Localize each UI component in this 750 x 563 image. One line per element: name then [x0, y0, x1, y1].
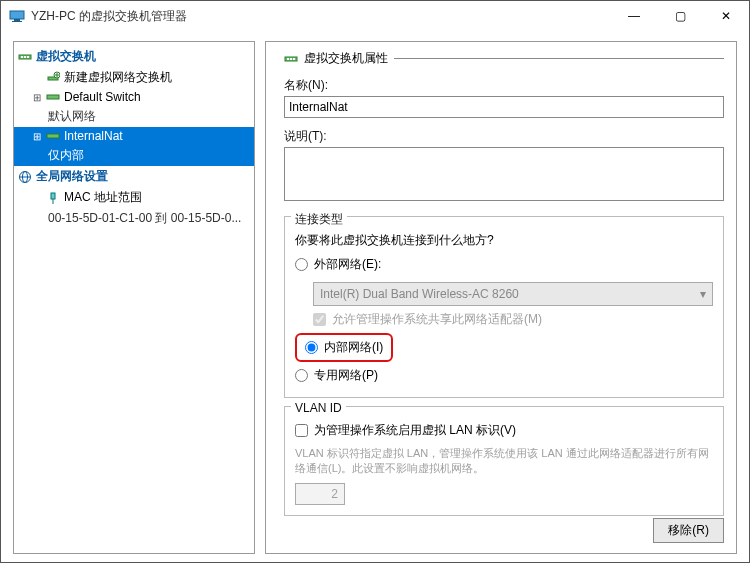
tree-item-mac-range[interactable]: MAC 地址范围	[14, 187, 254, 208]
window-title: YZH-PC 的虚拟交换机管理器	[31, 8, 187, 25]
desc-row: 说明(T):	[284, 128, 724, 204]
tree-expander-plus-icon[interactable]: ⊞	[32, 92, 42, 103]
allow-mgmt-checkbox-row: 允许管理操作系统共享此网络适配器(M)	[295, 308, 713, 331]
tree-item-internalnat[interactable]: ⊞ InternalNat	[14, 127, 254, 145]
name-input[interactable]	[284, 96, 724, 118]
name-label: 名称(N):	[284, 77, 724, 94]
vlan-legend: VLAN ID	[291, 401, 346, 415]
internal-network-highlight: 内部网络(I)	[295, 333, 393, 362]
properties-header-label: 虚拟交换机属性	[304, 50, 388, 67]
vlan-id-input	[295, 483, 345, 505]
window-controls: — ▢ ✕	[611, 1, 749, 31]
external-network-radio-row[interactable]: 外部网络(E):	[295, 253, 713, 276]
tree-item-sublabel: 00-15-5D-01-C1-00 到 00-15-5D-0...	[48, 210, 241, 227]
tree-item-mac-range-sub[interactable]: 00-15-5D-01-C1-00 到 00-15-5D-0...	[14, 208, 254, 229]
svg-rect-17	[287, 58, 289, 60]
svg-rect-18	[290, 58, 292, 60]
tree-expander-plus-icon[interactable]: ⊞	[32, 131, 42, 142]
properties-header: 虚拟交换机属性	[284, 50, 724, 67]
private-network-label: 专用网络(P)	[314, 367, 378, 384]
vlan-enable-checkbox[interactable]	[295, 424, 308, 437]
svg-rect-19	[293, 58, 295, 60]
tree-section-global: 全局网络设置	[14, 166, 254, 187]
switch-icon	[46, 90, 60, 104]
vlan-note: VLAN 标识符指定虚拟 LAN，管理操作系统使用该 LAN 通过此网络适配器进…	[295, 446, 713, 477]
vlan-enable-row[interactable]: 为管理操作系统启用虚拟 LAN 标识(V)	[295, 419, 713, 442]
vlan-enable-label: 为管理操作系统启用虚拟 LAN 标识(V)	[314, 422, 516, 439]
minimize-button[interactable]: —	[611, 1, 657, 31]
tree-item-default-switch[interactable]: ⊞ Default Switch	[14, 88, 254, 106]
svg-rect-14	[51, 193, 55, 199]
private-network-radio[interactable]	[295, 369, 308, 382]
properties-pane: 虚拟交换机属性 名称(N): 说明(T): 连接类型 你要将此虚拟交换机连接到什…	[265, 41, 737, 554]
tree-item-label: Default Switch	[64, 90, 141, 104]
connection-type-fieldset: 连接类型 你要将此虚拟交换机连接到什么地方? 外部网络(E): Intel(R)…	[284, 216, 724, 398]
allow-mgmt-label: 允许管理操作系统共享此网络适配器(M)	[332, 311, 542, 328]
chevron-down-icon: ▾	[700, 287, 706, 301]
mac-icon	[46, 191, 60, 205]
adapter-combo[interactable]: Intel(R) Dual Band Wireless-AC 8260 ▾	[313, 282, 713, 306]
internal-network-label: 内部网络(I)	[324, 339, 383, 356]
tree-item-label: MAC 地址范围	[64, 189, 142, 206]
allow-mgmt-checkbox	[313, 313, 326, 326]
tree-item-label: InternalNat	[64, 129, 123, 143]
vlan-fieldset: VLAN ID 为管理操作系统启用虚拟 LAN 标识(V) VLAN 标识符指定…	[284, 406, 724, 516]
svg-rect-1	[14, 19, 20, 21]
svg-rect-2	[12, 21, 22, 22]
internal-network-radio[interactable]	[305, 341, 318, 354]
tree-item-default-switch-sub[interactable]: 默认网络	[14, 106, 254, 127]
tree-section-label: 全局网络设置	[36, 168, 108, 185]
tree-item-internalnat-sub[interactable]: 仅内部	[14, 145, 254, 166]
svg-rect-0	[10, 11, 24, 19]
external-network-radio[interactable]	[295, 258, 308, 271]
tree-section-switches: 虚拟交换机	[14, 46, 254, 67]
tree-item-sublabel: 仅内部	[48, 147, 84, 164]
divider	[394, 58, 724, 59]
switch-icon	[46, 129, 60, 143]
private-network-radio-row[interactable]: 专用网络(P)	[295, 364, 713, 387]
tree-item-sublabel: 默认网络	[48, 108, 96, 125]
bottom-bar: 移除(R)	[653, 518, 724, 543]
tree-section-label: 虚拟交换机	[36, 48, 96, 65]
content-area: 虚拟交换机 新建虚拟网络交换机 ⊞ Default Switch 默认网络 ⊞ …	[1, 31, 749, 563]
remove-button[interactable]: 移除(R)	[653, 518, 724, 543]
titlebar: YZH-PC 的虚拟交换机管理器 — ▢ ✕	[1, 1, 749, 31]
switches-icon	[18, 50, 32, 64]
svg-rect-10	[47, 134, 59, 138]
desc-label: 说明(T):	[284, 128, 724, 145]
tree-item-label: 新建虚拟网络交换机	[64, 69, 172, 86]
name-row: 名称(N):	[284, 77, 724, 118]
tree-item-new-switch[interactable]: 新建虚拟网络交换机	[14, 67, 254, 88]
svg-rect-4	[21, 56, 23, 58]
app-icon	[9, 8, 25, 24]
external-network-label: 外部网络(E):	[314, 256, 381, 273]
switch-tree: 虚拟交换机 新建虚拟网络交换机 ⊞ Default Switch 默认网络 ⊞ …	[13, 41, 255, 554]
maximize-button[interactable]: ▢	[657, 1, 703, 31]
adapter-combo-value: Intel(R) Dual Band Wireless-AC 8260	[320, 287, 519, 301]
desc-input[interactable]	[284, 147, 724, 201]
svg-rect-9	[47, 95, 59, 99]
switch-icon	[284, 52, 298, 66]
new-switch-icon	[46, 71, 60, 85]
connection-type-legend: 连接类型	[291, 211, 347, 228]
close-button[interactable]: ✕	[703, 1, 749, 31]
connection-question: 你要将此虚拟交换机连接到什么地方?	[295, 232, 713, 249]
svg-rect-6	[27, 56, 29, 58]
svg-rect-5	[24, 56, 26, 58]
globe-icon	[18, 170, 32, 184]
